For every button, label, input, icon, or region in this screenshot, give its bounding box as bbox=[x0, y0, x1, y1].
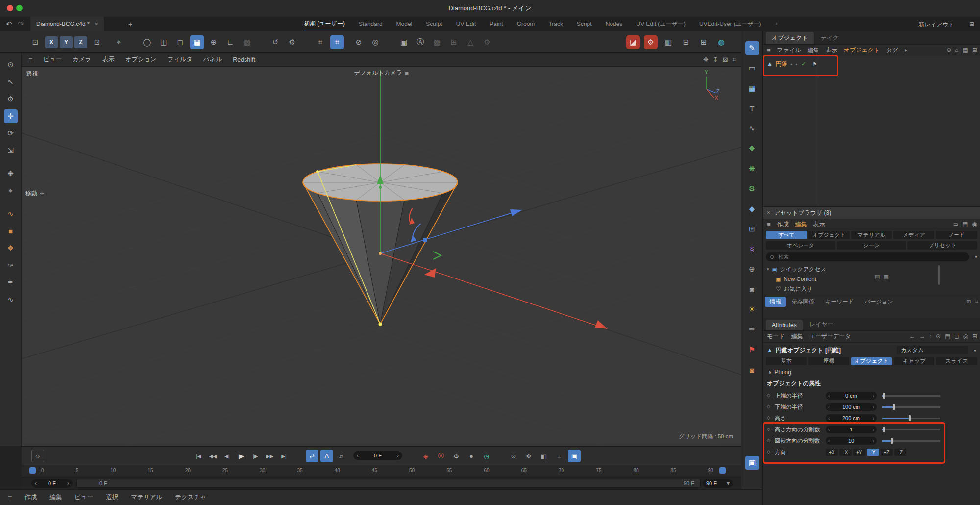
deformer-object-icon[interactable]: § bbox=[745, 242, 759, 256]
layout-grid-icon[interactable]: ⊞ bbox=[969, 21, 974, 27]
attr-target-icon[interactable]: ◎ bbox=[963, 333, 968, 340]
modeling-settings-icon[interactable]: ⚙ bbox=[480, 35, 494, 49]
decrement-icon[interactable]: ‹ bbox=[828, 438, 830, 444]
viewport-menu-camera[interactable]: カメラ bbox=[73, 55, 91, 64]
increment-icon[interactable]: › bbox=[873, 416, 874, 421]
attribute-value[interactable]: 200 cm bbox=[842, 415, 860, 421]
planar-workplane-icon[interactable]: ⊞ bbox=[447, 35, 461, 49]
direction-option-button[interactable]: -X bbox=[839, 449, 852, 456]
viewport-solo-icon[interactable]: ⊕ bbox=[207, 35, 220, 49]
snap-settings-icon[interactable]: ◎ bbox=[368, 35, 382, 49]
object-name-label[interactable]: 円錐 bbox=[776, 60, 787, 68]
grid-snap-icon[interactable]: ⌗ bbox=[314, 35, 327, 49]
om-home-icon[interactable]: ⌂ bbox=[955, 47, 958, 53]
team-render-icon[interactable]: ◍ bbox=[714, 35, 728, 49]
pen-tool-icon[interactable]: ✎ bbox=[745, 41, 759, 55]
range-start-field[interactable]: ‹ 0 F › bbox=[31, 479, 73, 488]
bottom-menu-material[interactable]: マテリアル bbox=[131, 493, 162, 502]
om-filter-icon[interactable]: ▤ bbox=[963, 47, 968, 53]
viewport-menu-icon[interactable]: ≡ bbox=[28, 56, 32, 64]
layout-tab[interactable]: + bbox=[775, 18, 778, 30]
layout-tab[interactable]: Script bbox=[577, 18, 592, 30]
attribute-value[interactable]: 1 bbox=[850, 427, 853, 432]
view-options-icon[interactable]: ⌗ bbox=[733, 56, 736, 64]
value-slider[interactable] bbox=[882, 392, 940, 400]
range-start-inc-icon[interactable]: › bbox=[67, 480, 69, 487]
export-icon[interactable]: ⊟ bbox=[679, 35, 693, 49]
mograph-gear-icon[interactable]: ⚙ bbox=[745, 182, 759, 196]
layout-tab[interactable]: Nodes bbox=[606, 18, 623, 30]
render-queue-icon[interactable]: ▥ bbox=[662, 35, 675, 49]
expand-icon[interactable]: ▾ bbox=[767, 267, 769, 272]
attr-section-tab[interactable]: 座標 bbox=[808, 357, 849, 365]
scale-tool-icon[interactable]: ⇲ bbox=[4, 144, 18, 157]
tree-item-label[interactable]: New Content bbox=[784, 276, 816, 282]
use-model-mode-icon[interactable]: ▦ bbox=[190, 35, 204, 49]
timeline-ruler[interactable]: 051015202530354045505560657075808590 bbox=[22, 465, 741, 477]
redo-button[interactable]: ↷ bbox=[18, 20, 24, 28]
key-state-icon[interactable]: ◇ bbox=[767, 449, 770, 454]
layout-tab[interactable]: Standard bbox=[359, 18, 383, 30]
close-tab-icon[interactable]: × bbox=[95, 21, 98, 27]
increment-icon[interactable]: › bbox=[873, 393, 874, 399]
om-menu-more-icon[interactable]: ▸ bbox=[905, 47, 907, 53]
workplane-mode-icon[interactable]: ∟ bbox=[223, 35, 237, 49]
tool-config-icon[interactable]: ⚙ bbox=[4, 92, 18, 106]
undo-button[interactable]: ↶ bbox=[6, 20, 12, 28]
ab-filter-tab[interactable]: すべて bbox=[766, 231, 807, 239]
layout-tab[interactable]: Paint bbox=[490, 18, 503, 30]
om-search-icon[interactable]: ⊙ bbox=[946, 47, 951, 53]
attr-up-icon[interactable]: ↑ bbox=[929, 333, 932, 340]
frame-increment-icon[interactable]: › bbox=[397, 452, 399, 459]
keyframe-diamond-button[interactable]: ◇ bbox=[31, 450, 44, 462]
om-layout-icon[interactable]: ⊞ bbox=[972, 47, 977, 53]
panel-tab[interactable]: レイヤー bbox=[804, 318, 839, 330]
enabled-check-icon[interactable]: ✓ bbox=[801, 61, 806, 67]
range-end-marker[interactable] bbox=[719, 467, 726, 474]
attr-lock-icon[interactable]: ◻ bbox=[954, 333, 959, 340]
next-frame-button[interactable]: |▶ bbox=[249, 450, 262, 462]
select-tool-icon[interactable]: ↖ bbox=[4, 75, 18, 89]
render-view-icon[interactable]: ◪ bbox=[626, 35, 640, 49]
object-list[interactable]: ▲ 円錐 ● ● ✓ ⚑ bbox=[763, 56, 980, 206]
attr-section-tab[interactable]: 基本 bbox=[766, 357, 807, 365]
decrement-icon[interactable]: ‹ bbox=[828, 416, 830, 421]
reset-psr-icon[interactable]: ↺ bbox=[269, 35, 282, 49]
direction-option-button[interactable]: +X bbox=[826, 449, 838, 456]
increment-icon[interactable]: › bbox=[873, 438, 874, 444]
record-all-button[interactable]: ● bbox=[465, 450, 478, 462]
direction-option-button[interactable]: +Y bbox=[853, 449, 865, 456]
direction-option-button[interactable]: +Z bbox=[881, 449, 893, 456]
tool-settings-icon[interactable]: ⚙ bbox=[285, 35, 299, 49]
texture-edit-icon[interactable]: ▩ bbox=[240, 35, 254, 49]
layout-tab[interactable]: 初期 (ユーザー) bbox=[304, 17, 345, 32]
camera-object-icon[interactable]: ◙ bbox=[745, 282, 759, 296]
om-menu-view[interactable]: 表示 bbox=[826, 46, 837, 54]
bottom-menu-texture[interactable]: テクスチャ bbox=[175, 493, 206, 502]
attr-back-icon[interactable]: ← bbox=[909, 333, 915, 340]
tree-new-content[interactable]: ▣ New Content bbox=[767, 274, 976, 284]
layout-tab[interactable]: UV Edit bbox=[456, 18, 476, 30]
axis-modify-icon[interactable]: ⌖ bbox=[4, 184, 18, 198]
attr-window-icon[interactable]: ⊞ bbox=[972, 333, 977, 340]
direction-option-button[interactable]: -Z bbox=[894, 449, 906, 456]
ab-info-tab[interactable]: 依存関係 bbox=[787, 297, 819, 307]
layout-tab[interactable]: Track bbox=[548, 18, 563, 30]
ab-filter-tab[interactable]: ノード bbox=[936, 231, 977, 239]
axis-lock-button[interactable]: X bbox=[45, 36, 58, 48]
direction-option-button[interactable]: -Y bbox=[867, 449, 879, 456]
om-menu-icon[interactable]: ≡ bbox=[767, 47, 771, 54]
key-settings-button[interactable]: ⚙ bbox=[450, 450, 463, 462]
phong-row[interactable]: ◑ Phong bbox=[768, 369, 791, 376]
search-dropdown-icon[interactable]: ▾ bbox=[975, 254, 977, 259]
asset-search-input[interactable] bbox=[777, 253, 965, 260]
spline-tool-icon[interactable]: ∿ bbox=[4, 207, 18, 221]
pen-tool2-icon[interactable]: ✒ bbox=[4, 276, 18, 289]
value-field[interactable]: ‹ 100 cm › bbox=[826, 403, 877, 411]
tree-favorites[interactable]: ♡ お気に入り bbox=[767, 284, 976, 294]
primitive-cube-icon[interactable]: ▦ bbox=[745, 81, 759, 95]
om-menu-file[interactable]: ファイル bbox=[777, 46, 801, 54]
new-layout-button[interactable]: 新レイアウト bbox=[919, 21, 955, 29]
goto-start-button[interactable]: |◀ bbox=[192, 450, 205, 462]
attr-search-icon[interactable]: ⊙ bbox=[936, 333, 941, 340]
